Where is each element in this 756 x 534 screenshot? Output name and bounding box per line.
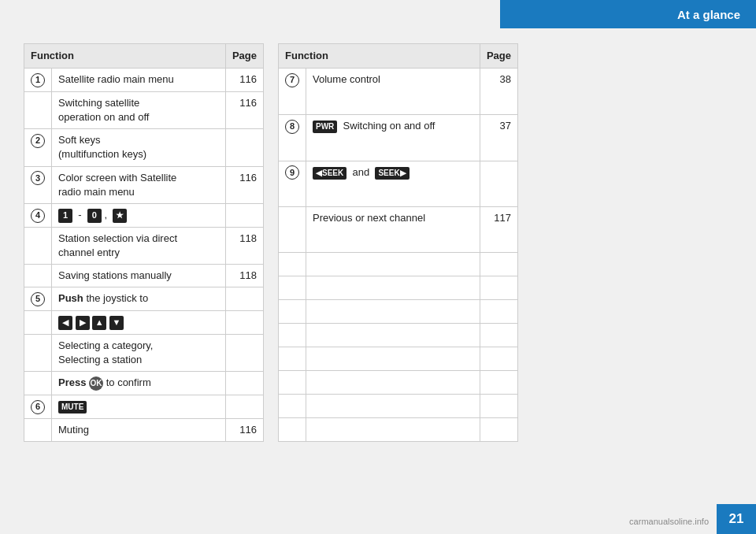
- row-num-1: 1: [24, 69, 52, 92]
- row-num-2: 2: [24, 129, 52, 166]
- empty-cell-17: [306, 370, 480, 394]
- row-page-1: 116: [225, 69, 263, 92]
- table-row: Saving stations manually 118: [24, 265, 264, 287]
- seek-fwd-badge: SEEK▶: [375, 167, 409, 180]
- press-bold-text: Press: [58, 376, 89, 388]
- row-num-5: 5: [24, 287, 52, 311]
- table-row-empty: [279, 252, 518, 276]
- row-func-2: Soft keys(multifunction keys): [52, 129, 226, 166]
- left-col-function-header: Function: [24, 44, 226, 69]
- header-bar: At a glance: [500, 0, 756, 28]
- table-row: 4 1 - 0 , ★: [24, 204, 264, 228]
- seek-back-badge: ◀SEEK: [313, 167, 346, 180]
- row-func-4sub2: Saving stations manually: [52, 265, 226, 287]
- empty-cell-16: [279, 370, 306, 394]
- right-col-page-header: Page: [480, 44, 517, 69]
- circle-5: 5: [31, 292, 45, 306]
- empty-cell-20: [306, 394, 480, 417]
- empty-cell-5: [306, 276, 480, 299]
- empty-cell-12: [480, 323, 517, 347]
- main-content: Function Page 1 Satellite radio main men…: [24, 43, 518, 442]
- table-row: 5 Push the joystick to: [24, 287, 264, 311]
- key-1-badge: 1: [58, 209, 72, 223]
- empty-cell-3: [480, 252, 517, 276]
- mute-badge: MUTE: [58, 401, 87, 413]
- empty-cell-19: [279, 394, 306, 417]
- empty-cell-8: [306, 299, 480, 323]
- row-num-6: 6: [24, 395, 52, 419]
- empty-cell-18: [480, 370, 517, 394]
- empty-cell-13: [279, 347, 306, 370]
- row-func-1sub: Switching satelliteoperation on and off: [52, 91, 226, 128]
- table-row: 3 Color screen with Satelliteradio main …: [24, 166, 264, 203]
- empty-cell-4: [279, 276, 306, 299]
- key-star-badge: ★: [113, 209, 127, 223]
- empty-cell-1: [279, 252, 306, 276]
- row-page-6sub: 116: [225, 418, 263, 441]
- row-num-6sub: [24, 418, 52, 441]
- page-number: 21: [729, 511, 744, 527]
- row-func-1: Satellite radio main menu: [52, 69, 226, 92]
- row-num-8: 8: [279, 114, 306, 161]
- left-col-page-header: Page: [225, 44, 263, 69]
- row-num-4: 4: [24, 204, 52, 228]
- empty-cell-23: [306, 417, 480, 441]
- row-page-5ok: [225, 372, 263, 395]
- row-num-9: 9: [279, 161, 306, 207]
- empty-cell-7: [279, 299, 306, 323]
- circle-4: 4: [31, 209, 45, 223]
- table-row: Muting 116: [24, 418, 264, 441]
- row-num-9sub: [279, 207, 306, 253]
- right-function-table: Function Page 7 Volume control 38 8 PWR: [278, 43, 518, 442]
- table-row: Station selection via directchannel entr…: [24, 227, 264, 264]
- arrow-up-badge: ▲: [92, 316, 106, 330]
- table-row: 8 PWR Switching on and off 37: [279, 114, 518, 161]
- table-row-empty: [279, 347, 518, 370]
- table-row: 9 ◀SEEK and SEEK▶: [279, 161, 518, 207]
- right-col-function-header: Function: [279, 44, 480, 69]
- row-page-9sub: 117: [480, 207, 517, 253]
- empty-cell-24: [480, 417, 517, 441]
- row-func-9sub: Previous or next channel: [306, 207, 480, 253]
- row-num-4sub1: [24, 227, 52, 264]
- empty-cell-6: [480, 276, 517, 299]
- row-page-4sub2: 118: [225, 265, 263, 287]
- row-page-4-keys: [225, 204, 263, 228]
- row-func-4-keys: 1 - 0 , ★: [52, 204, 226, 228]
- row-page-6mute: [225, 395, 263, 419]
- table-row: Switching satelliteoperation on and off …: [24, 91, 264, 128]
- watermark-text: carmanualsoline.info: [629, 517, 709, 526]
- circle-6: 6: [31, 400, 45, 414]
- empty-cell-15: [480, 347, 517, 370]
- row-func-4sub1: Station selection via directchannel entr…: [52, 227, 226, 264]
- row-page-5arrows: [225, 310, 263, 334]
- row-func-5ok: Press OK to confirm: [52, 372, 226, 395]
- header-title: At a glance: [677, 8, 740, 21]
- row-page-8: 37: [480, 114, 517, 161]
- row-func-6sub: Muting: [52, 418, 226, 441]
- row-page-5sub: [225, 334, 263, 371]
- empty-cell-11: [306, 323, 480, 347]
- empty-cell-9: [480, 299, 517, 323]
- row-num-5sub: [24, 334, 52, 371]
- table-row: Previous or next channel 117: [279, 207, 518, 253]
- row-page-4sub1: 118: [225, 227, 263, 264]
- circle-3: 3: [31, 171, 45, 185]
- table-row: 6 MUTE: [24, 395, 264, 419]
- empty-cell-14: [306, 347, 480, 370]
- row-page-1sub: 116: [225, 91, 263, 128]
- empty-cell-21: [480, 394, 517, 417]
- row-page-7: 38: [480, 69, 517, 115]
- arrow-left-badge: ◀: [58, 316, 72, 330]
- row-num-7: 7: [279, 69, 306, 115]
- table-row-empty: [279, 276, 518, 299]
- table-row-empty: [279, 323, 518, 347]
- row-func-5sub: Selecting a category,Selecting a station: [52, 334, 226, 371]
- row-page-9seek: [480, 161, 517, 207]
- row-num-5ok: [24, 372, 52, 395]
- key-0-badge: 0: [87, 209, 102, 223]
- table-row: Selecting a category,Selecting a station: [24, 334, 264, 371]
- row-page-2: [225, 129, 263, 166]
- pwr-badge: PWR: [313, 121, 337, 133]
- table-row: 1 Satellite radio main menu 116: [24, 69, 264, 92]
